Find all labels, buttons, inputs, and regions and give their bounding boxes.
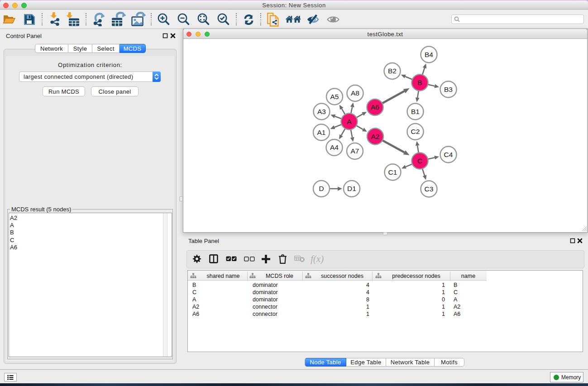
svg-text:C3: C3 [425,185,434,193]
svg-text:B1: B1 [411,108,420,115]
svg-text:A: A [347,118,352,125]
svg-text:A1: A1 [317,129,326,136]
svg-text:B3: B3 [444,86,453,93]
svg-text:C4: C4 [444,151,453,158]
svg-text:C: C [417,157,422,165]
svg-text:A4: A4 [330,143,339,151]
svg-text:A7: A7 [351,147,359,155]
svg-text:C1: C1 [388,168,397,176]
svg-text:D: D [319,185,324,192]
svg-text:C2: C2 [411,128,420,135]
svg-text:B2: B2 [388,67,397,75]
svg-text:A8: A8 [351,89,359,97]
svg-text:A6: A6 [371,103,379,111]
svg-text:D1: D1 [347,185,356,192]
svg-text:B: B [417,79,422,86]
svg-text:B4: B4 [425,51,433,58]
svg-text:A3: A3 [317,108,326,115]
svg-text:A2: A2 [371,133,380,140]
svg-text:A5: A5 [330,93,339,100]
